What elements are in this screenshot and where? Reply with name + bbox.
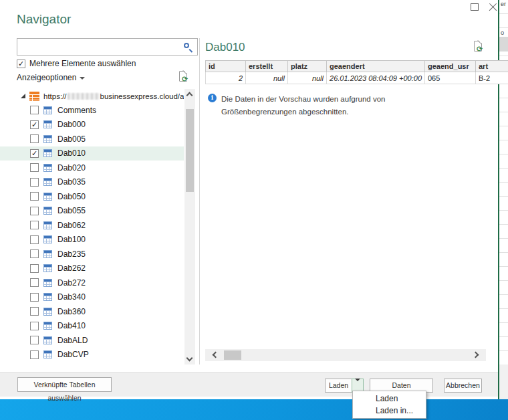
tree-item-checkbox[interactable] xyxy=(30,221,39,229)
refresh-preview-icon[interactable]: ⟳ xyxy=(474,41,485,54)
multi-select-row: ✓ Mehrere Elemente auswählen xyxy=(17,59,136,68)
tree-item-label: Dab340 xyxy=(57,292,86,302)
tree-scrollbar[interactable] xyxy=(184,89,195,364)
tree-item-checkbox[interactable] xyxy=(30,307,39,316)
tree-item-dab020[interactable]: Dab020 xyxy=(0,161,184,175)
tree-item-label: Dab262 xyxy=(57,264,86,273)
multi-select-checkbox[interactable]: ✓ xyxy=(17,60,25,68)
cancel-button[interactable]: Abbrechen xyxy=(444,379,482,393)
tree-item-checkbox[interactable] xyxy=(30,278,39,287)
tree-item-label: Dab272 xyxy=(57,278,86,288)
preview-hscrollbar[interactable] xyxy=(205,349,486,361)
tree-item-checkbox[interactable] xyxy=(30,264,39,273)
table-icon xyxy=(43,250,52,258)
tree-item-label: Dab035 xyxy=(57,177,86,187)
load-button[interactable]: Laden xyxy=(325,379,352,393)
table-icon xyxy=(43,221,52,229)
column-header-id: id xyxy=(206,61,246,72)
tree-item-dab055[interactable]: Dab055 xyxy=(0,204,184,219)
maximize-icon[interactable] xyxy=(471,3,479,11)
tree-item-dab005[interactable]: Dab005 xyxy=(0,132,184,146)
tree-item-checkbox[interactable] xyxy=(30,178,39,187)
column-header-geaend_usr: geaend_usr xyxy=(425,61,476,72)
tree-item-label: Dab235 xyxy=(57,249,86,259)
tree-item-dab000[interactable]: ✓Dab000 xyxy=(0,118,184,132)
scroll-up-icon[interactable] xyxy=(186,92,193,99)
tree-item-checkbox[interactable] xyxy=(30,350,39,359)
tree-item-dab100[interactable]: Dab100 xyxy=(0,233,184,247)
excel-text-fragment: o xyxy=(501,29,504,36)
tree-item-label: Dab010 xyxy=(57,148,86,158)
tree-item-label: Dab000 xyxy=(57,120,86,129)
tree-item-checkbox[interactable] xyxy=(30,249,39,258)
tree-expanded-icon[interactable] xyxy=(21,94,25,98)
tree-item-dab272[interactable]: Dab272 xyxy=(0,276,184,290)
column-header-erstellt: erstellt xyxy=(246,61,288,72)
table-cell: 065 xyxy=(425,72,476,84)
tree-item-comments[interactable]: Comments xyxy=(0,103,184,118)
excel-text-fragment: er xyxy=(501,1,506,7)
menu-item-laden[interactable]: Laden xyxy=(353,393,426,405)
tree-item-label: Comments xyxy=(57,106,96,115)
search-box xyxy=(17,38,198,56)
table-icon xyxy=(43,135,52,143)
table-icon xyxy=(43,106,52,114)
preview-hscrollbar-thumb[interactable] xyxy=(224,350,241,360)
tree-item-dab410[interactable]: Dab410 xyxy=(0,319,184,334)
table-cell: null xyxy=(288,72,327,84)
tree-item-checkbox[interactable]: ✓ xyxy=(30,120,39,129)
scroll-right-icon[interactable] xyxy=(473,352,479,358)
tree-item-checkbox[interactable] xyxy=(30,322,39,330)
chevron-down-icon xyxy=(80,77,85,80)
tree-item-dabcvp[interactable]: DabCVP xyxy=(0,348,184,362)
tree-item-dab340[interactable]: Dab340 xyxy=(0,290,184,305)
scroll-left-icon[interactable] xyxy=(213,352,219,358)
table-icon xyxy=(43,164,52,172)
tree-root-label: https://businessexpress.cloud/a... xyxy=(43,92,184,100)
tree-item-checkbox[interactable] xyxy=(30,106,39,114)
table-icon xyxy=(43,308,52,316)
display-options-dropdown[interactable]: Anzeigeoptionen xyxy=(17,73,85,82)
display-options-label: Anzeigeoptionen xyxy=(17,73,76,82)
table-icon xyxy=(43,293,52,301)
refresh-preview-icon[interactable]: ⟳ xyxy=(179,71,190,84)
preview-info-message: i Die Daten in der Vorschau wurden aufgr… xyxy=(208,93,452,118)
table-icon xyxy=(43,120,52,128)
tree-item-checkbox[interactable] xyxy=(30,163,39,172)
select-related-tables-button[interactable]: Verknüpfte Tabellen auswählen xyxy=(17,377,112,392)
table-row: 2nullnull26.01.2023 08:04:09 +00:00065B-… xyxy=(206,72,508,84)
menu-item-laden-in[interactable]: Laden in... xyxy=(353,405,426,417)
chevron-down-icon xyxy=(355,379,360,389)
scroll-down-icon[interactable] xyxy=(186,355,193,362)
tree-item-dabald[interactable]: DabALD xyxy=(0,333,184,348)
tree-root-source[interactable]: https://businessexpress.cloud/a... xyxy=(0,89,184,103)
tree-item-dab062[interactable]: Dab062 xyxy=(0,218,184,233)
tree-item-dab235[interactable]: Dab235 xyxy=(0,247,184,261)
column-header-platz: platz xyxy=(288,61,327,72)
tree-item-checkbox[interactable] xyxy=(30,235,39,244)
table-icon xyxy=(43,193,52,201)
close-icon[interactable] xyxy=(488,2,498,12)
tree-item-dab010[interactable]: ✓Dab010 xyxy=(0,146,184,161)
search-input[interactable] xyxy=(20,40,180,54)
table-cell: 26.01.2023 08:04:09 +00:00 xyxy=(327,72,425,84)
tree-scrollbar-thumb[interactable] xyxy=(186,109,194,192)
tree-item-label: Dab050 xyxy=(57,192,86,201)
tree-item-dab262[interactable]: Dab262 xyxy=(0,261,184,276)
tree-item-checkbox[interactable] xyxy=(30,207,39,215)
search-icon[interactable] xyxy=(184,43,193,51)
tree-item-checkbox[interactable] xyxy=(30,192,39,201)
excel-bottom-band xyxy=(499,364,508,399)
tree-item-checkbox[interactable] xyxy=(30,336,39,344)
tree-item-checkbox[interactable]: ✓ xyxy=(30,149,39,158)
redacted-url-segment xyxy=(68,93,100,100)
page-title: Navigator xyxy=(17,12,71,27)
tree-item-dab035[interactable]: Dab035 xyxy=(0,175,184,190)
column-header-art: art xyxy=(476,61,508,72)
tree-item-checkbox[interactable] xyxy=(30,293,39,302)
tree-item-dab360[interactable]: Dab360 xyxy=(0,304,184,319)
table-icon xyxy=(43,207,52,215)
tree-item-dab050[interactable]: Dab050 xyxy=(0,189,184,204)
table-cell: B-2 xyxy=(476,72,508,84)
tree-item-checkbox[interactable] xyxy=(30,134,39,143)
